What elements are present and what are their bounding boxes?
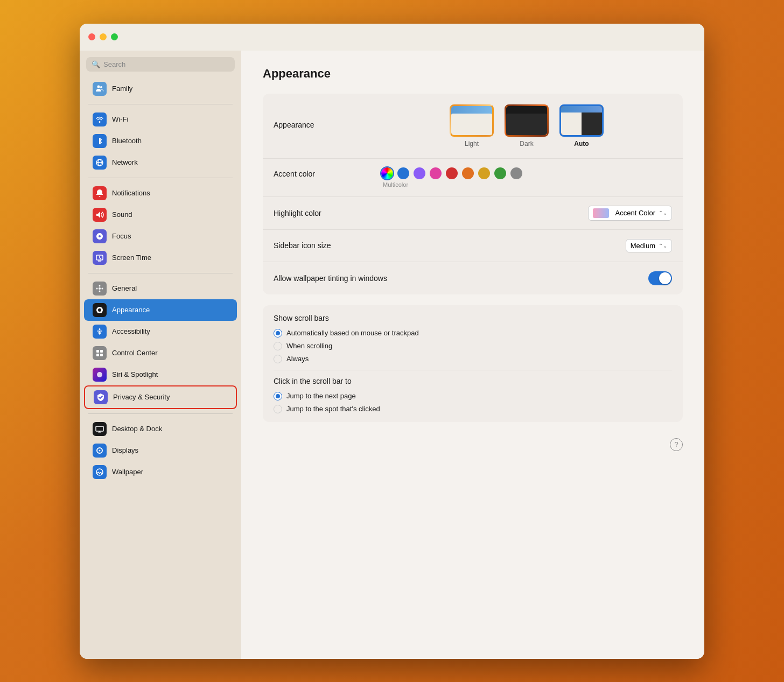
main-window: 🔍 Search Family Wi-Fi (80, 24, 704, 659)
highlight-color-value: Accent Color (615, 209, 655, 217)
search-placeholder: Search (103, 60, 125, 68)
scroll-next-option[interactable]: Jump to the next page (274, 392, 672, 400)
sidebar-item-network[interactable]: Network (84, 152, 237, 173)
scroll-spot-label: Jump to the spot that's clicked (286, 405, 380, 413)
sidebar-item-general[interactable]: General (84, 278, 237, 299)
accent-graphite[interactable] (510, 167, 522, 179)
search-bar[interactable]: 🔍 Search (86, 57, 235, 72)
scroll-next-radio[interactable] (274, 392, 282, 400)
bluetooth-label: Bluetooth (112, 137, 142, 145)
sidebar-item-wallpaper[interactable]: Wallpaper (84, 461, 237, 483)
highlight-color-row: Highlight color Accent Color ⌃⌄ (263, 197, 683, 230)
wifi-icon (93, 113, 107, 126)
scroll-auto-label: Automatically based on mouse or trackpad (286, 329, 419, 337)
sidebar-item-screentime[interactable]: Screen Time (84, 247, 237, 269)
svg-rect-18 (96, 354, 99, 356)
sidebar-item-sound[interactable]: Sound (84, 204, 237, 226)
dark-thumb[interactable] (505, 104, 549, 137)
accent-red[interactable] (446, 167, 458, 179)
help-button[interactable]: ? (670, 438, 683, 451)
accent-color-label: Accent color (274, 167, 381, 178)
wallpaper-tinting-content (387, 271, 672, 285)
svg-point-24 (99, 449, 101, 451)
wallpaper-tinting-label: Allow wallpaper tinting in windows (274, 274, 387, 283)
sidebar-item-desktop[interactable]: Desktop & Dock (84, 418, 237, 440)
appearance-light-option[interactable]: Light (450, 104, 494, 147)
scroll-spot-radio[interactable] (274, 405, 282, 413)
appearance-dark-option[interactable]: Dark (505, 104, 549, 147)
titlebar (80, 24, 704, 51)
accent-multicolor[interactable] (381, 167, 393, 179)
scroll-scrolling-option[interactable]: When scrolling (274, 342, 672, 350)
controlcenter-icon (93, 346, 107, 360)
sidebar-divider-3 (88, 273, 233, 273)
svg-point-5 (99, 235, 101, 237)
scroll-auto-radio[interactable] (274, 329, 282, 338)
accent-yellow[interactable] (478, 167, 490, 179)
accent-purple[interactable] (414, 167, 425, 179)
sidebar-item-accessibility[interactable]: Accessibility (84, 321, 237, 342)
svg-point-0 (97, 85, 100, 88)
wifi-label: Wi-Fi (112, 115, 128, 123)
sidebar-item-wifi[interactable]: Wi-Fi (84, 109, 237, 130)
svg-rect-21 (98, 432, 101, 433)
sidebar-divider-1 (88, 104, 233, 104)
sidebar-item-privacy[interactable]: Privacy & Security (84, 385, 237, 409)
notifications-label: Notifications (112, 189, 150, 197)
sidebar: 🔍 Search Family Wi-Fi (80, 51, 241, 659)
accent-pink[interactable] (430, 167, 442, 179)
appearance-row: Appearance Light (263, 94, 683, 159)
scroll-spot-option[interactable]: Jump to the spot that's clicked (274, 405, 672, 413)
highlight-color-select[interactable]: Accent Color ⌃⌄ (588, 206, 672, 221)
sidebar-item-notifications[interactable]: Notifications (84, 182, 237, 204)
svg-point-8 (99, 287, 101, 290)
scroll-always-label: Always (286, 355, 309, 363)
auto-label: Auto (574, 140, 589, 147)
scroll-always-option[interactable]: Always (274, 355, 672, 363)
maximize-button[interactable] (111, 33, 118, 40)
svg-rect-19 (100, 354, 103, 356)
search-container: 🔍 Search (80, 57, 241, 78)
appearance-row-label: Appearance (274, 104, 381, 129)
minimize-button[interactable] (100, 33, 107, 40)
sidebar-item-siri[interactable]: Siri & Spotlight (84, 364, 237, 385)
wallpaper-tinting-row: Allow wallpaper tinting in windows (263, 262, 683, 294)
sidebar-item-bluetooth[interactable]: Bluetooth (84, 130, 237, 152)
scroll-scrolling-label: When scrolling (286, 342, 332, 350)
siri-label: Siri & Spotlight (112, 370, 158, 378)
svg-rect-16 (96, 350, 99, 353)
appearance-auto-option[interactable]: Auto (559, 104, 604, 147)
main-content: Appearance Appearance Light (241, 51, 704, 659)
light-thumb[interactable] (450, 104, 494, 137)
sidebar-item-focus[interactable]: Focus (84, 226, 237, 247)
scroll-scrolling-radio[interactable] (274, 342, 282, 350)
sidebar-icon-select[interactable]: Medium ⌃⌄ (626, 239, 672, 252)
wallpaper-tinting-toggle[interactable] (648, 271, 672, 285)
auto-thumb[interactable] (559, 104, 604, 137)
sidebar-item-family[interactable]: Family (84, 78, 237, 100)
sidebar-icon-chevrons: ⌃⌄ (659, 243, 667, 249)
accent-color-row: Accent color (263, 159, 683, 197)
highlight-chevrons: ⌃⌄ (659, 210, 667, 216)
sidebar-divider-4 (88, 413, 233, 414)
displays-label: Displays (112, 446, 138, 454)
svg-point-11 (96, 287, 98, 289)
sound-label: Sound (112, 210, 132, 219)
sidebar-divider-2 (88, 178, 233, 178)
controlcenter-label: Control Center (112, 349, 158, 357)
general-label: General (112, 284, 137, 292)
family-label: Family (112, 85, 132, 93)
scroll-always-radio[interactable] (274, 355, 282, 363)
sidebar-item-controlcenter[interactable]: Control Center (84, 342, 237, 364)
scroll-bars-card: Show scroll bars Automatically based on … (263, 305, 683, 422)
sidebar-item-appearance[interactable]: Appearance (84, 299, 237, 321)
scroll-auto-option[interactable]: Automatically based on mouse or trackpad (274, 329, 672, 338)
sidebar-icon-label: Sidebar icon size (274, 241, 381, 250)
accent-orange[interactable] (462, 167, 474, 179)
sidebar-item-displays[interactable]: Displays (84, 440, 237, 461)
scroll-click-group: Jump to the next page Jump to the spot t… (274, 392, 672, 413)
accent-green[interactable] (494, 167, 506, 179)
svg-rect-17 (100, 350, 103, 353)
accent-blue[interactable] (397, 167, 409, 179)
close-button[interactable] (88, 33, 95, 40)
